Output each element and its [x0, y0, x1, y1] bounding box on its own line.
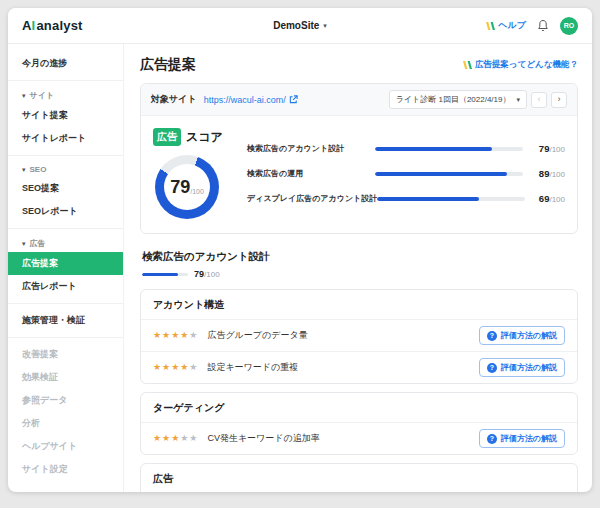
star-rating: ★★★★★ — [153, 434, 198, 443]
eval-row-ad-group-data: ★★★★★ 広告グループのデータ量 ? 評価方法の解説 — [141, 319, 577, 351]
sidebar-group-seo-label: SEO — [30, 165, 47, 174]
target-site-link[interactable]: https://wacul-ai.com/ — [204, 95, 298, 105]
help-link-label: ヘルプ — [498, 19, 526, 32]
detail-score-value: 79/100 — [194, 269, 220, 279]
card-heading: ターゲティング — [141, 393, 577, 422]
score-donut: 79 /100 — [155, 155, 219, 219]
chevron-down-icon: ▾ — [22, 92, 26, 99]
sidebar-item-site-proposal[interactable]: サイト提案 — [8, 104, 123, 127]
detail-section-score: 79/100 — [142, 269, 578, 279]
sidebar-divider — [8, 337, 123, 338]
star-icon: ★ — [162, 330, 171, 340]
feature-info-link[interactable]: 広告提案ってどんな機能？ — [463, 59, 578, 71]
sidebar-item-seo-proposal[interactable]: SEO提案 — [8, 177, 123, 200]
star-icon: ★ — [171, 433, 180, 443]
evaluation-method-button[interactable]: ? 評価方法の解説 — [479, 358, 565, 377]
detail-section-header: 検索広告のアカウント設計 79/100 — [142, 250, 578, 279]
main-content: 広告提案 広告提案ってどんな機能？ 対象サイト https://wacul-ai… — [124, 44, 592, 492]
target-site-row: 対象サイト https://wacul-ai.com/ ライト診断 1回目（20… — [141, 84, 577, 116]
avatar[interactable]: RO — [560, 17, 578, 35]
sidebar-item-reference-data[interactable]: 参照データ — [8, 389, 123, 412]
app-window: AI analyst DemoSite ▾ ヘルプ RO — [8, 8, 592, 492]
star-icon: ★ — [153, 362, 162, 372]
score-donut-value: 79 /100 — [155, 155, 219, 219]
info-icon: ? — [487, 363, 497, 373]
app-logo[interactable]: AI analyst — [22, 18, 83, 33]
card-heading: 広告 — [141, 464, 577, 492]
help-mark-icon — [486, 21, 495, 31]
score-body: 広告 スコア 79 /100 検索広告のアカウント設計 — [141, 116, 577, 233]
sidebar-item-measure-management[interactable]: 施策管理・検証 — [8, 309, 123, 332]
help-mark-icon — [463, 60, 472, 70]
sidebar-group-seo[interactable]: ▾ SEO — [8, 161, 123, 177]
sidebar-group-site-label: サイト — [30, 90, 55, 101]
score-label: スコア — [186, 129, 223, 146]
report-select[interactable]: ライト診断 1回目（2022/4/19） ▾ — [389, 90, 527, 109]
site-selector[interactable]: DemoSite ▾ — [273, 20, 327, 31]
sidebar-group-ads-label: 広告 — [30, 238, 46, 249]
card-account-structure: アカウント構造 ★★★★★ 広告グループのデータ量 ? 評価方法の解説 ★★★★… — [140, 289, 578, 384]
sidebar-item-analysis[interactable]: 分析 — [8, 412, 123, 435]
sidebar-group-ads[interactable]: ▾ 広告 — [8, 234, 123, 252]
evaluation-method-label: 評価方法の解説 — [501, 330, 557, 341]
sidebar-group-site[interactable]: ▾ サイト — [8, 86, 123, 104]
sidebar-item-ad-proposal[interactable]: 広告提案 — [8, 252, 123, 275]
star-icon: ★ — [180, 433, 189, 443]
star-icon: ★ — [180, 330, 189, 340]
metric-bar — [377, 197, 525, 201]
sidebar-item-effect-verification[interactable]: 効果検証 — [8, 366, 123, 389]
app-body: 今月の進捗 ▾ サイト サイト提案 サイトレポート ▾ SEO SEO提案 SE… — [8, 44, 592, 492]
metric-row-search-operation: 検索広告の運用 89/100 — [247, 168, 565, 179]
metric-label: ディスプレイ広告のアカウント設計 — [247, 193, 377, 204]
score-card: 対象サイト https://wacul-ai.com/ ライト診断 1回目（20… — [140, 83, 578, 234]
score-summary: 広告 スコア 79 /100 — [153, 128, 233, 219]
star-icon: ★ — [171, 362, 180, 372]
star-icon: ★ — [171, 330, 180, 340]
info-icon: ? — [487, 434, 497, 444]
help-link[interactable]: ヘルプ — [486, 19, 526, 32]
metric-row-display-account: ディスプレイ広告のアカウント設計 69/100 — [247, 193, 565, 204]
metric-value: 89/100 — [529, 168, 565, 179]
chevron-down-icon: ▾ — [22, 240, 26, 247]
evaluation-method-button[interactable]: ? 評価方法の解説 — [479, 326, 565, 345]
eval-row-cv-keyword-rate: ★★★★★ CV発生キーワードの追加率 ? 評価方法の解説 — [141, 422, 577, 454]
report-select-value: ライト診断 1回目（2022/4/19） — [396, 94, 511, 105]
topbar-actions: ヘルプ RO — [486, 17, 578, 35]
detail-score-bar — [142, 273, 188, 276]
metric-value: 69/100 — [531, 193, 565, 204]
chevron-down-icon: ▾ — [516, 96, 520, 103]
card-heading: アカウント構造 — [141, 290, 577, 319]
chevron-left-icon: ‹ — [538, 95, 541, 104]
detail-section-title: 検索広告のアカウント設計 — [142, 250, 578, 264]
eval-row-label: CV発生キーワードの追加率 — [207, 432, 478, 445]
star-icon: ★ — [153, 433, 162, 443]
sidebar-divider — [8, 228, 123, 229]
star-icon: ★ — [162, 362, 171, 372]
eval-row-label: 設定キーワードの重複 — [207, 361, 478, 374]
notifications-button[interactable] — [537, 19, 549, 32]
target-site-url: https://wacul-ai.com/ — [204, 95, 286, 105]
sidebar-divider — [8, 155, 123, 156]
next-report-button[interactable]: › — [551, 92, 567, 108]
card-targeting: ターゲティング ★★★★★ CV発生キーワードの追加率 ? 評価方法の解説 — [140, 392, 578, 455]
sidebar-divider — [8, 303, 123, 304]
sidebar-item-help-site[interactable]: ヘルプサイト — [8, 435, 123, 458]
info-icon: ? — [487, 331, 497, 341]
report-controls: ライト診断 1回目（2022/4/19） ▾ ‹ › — [389, 90, 567, 109]
prev-report-button[interactable]: ‹ — [531, 92, 547, 108]
evaluation-method-label: 評価方法の解説 — [501, 433, 557, 444]
sidebar-item-seo-report[interactable]: SEOレポート — [8, 200, 123, 223]
sidebar-item-site-settings[interactable]: サイト設定 — [8, 458, 123, 481]
metric-row-search-account: 検索広告のアカウント設計 79/100 — [247, 143, 565, 154]
sidebar-item-ad-report[interactable]: 広告レポート — [8, 275, 123, 298]
sidebar-item-monthly-progress[interactable]: 今月の進捗 — [8, 52, 123, 75]
star-icon: ★ — [153, 330, 162, 340]
bell-icon — [537, 19, 549, 32]
evaluation-method-button[interactable]: ? 評価方法の解説 — [479, 429, 565, 448]
chevron-down-icon: ▾ — [22, 166, 26, 173]
star-rating: ★★★★★ — [153, 363, 198, 372]
sidebar-item-improvement-proposal[interactable]: 改善提案 — [8, 343, 123, 366]
metric-label: 検索広告の運用 — [247, 168, 375, 179]
star-rating: ★★★★★ — [153, 331, 198, 340]
sidebar-item-site-report[interactable]: サイトレポート — [8, 127, 123, 150]
